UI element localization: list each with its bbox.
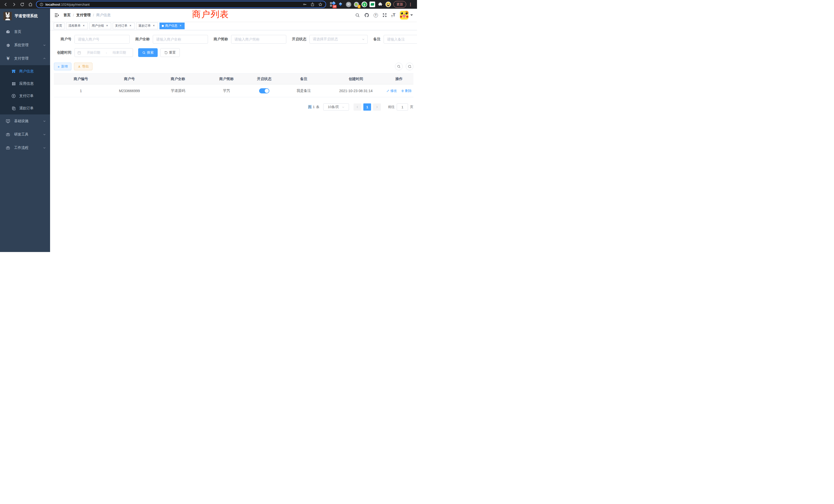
breadcrumb-pay[interactable]: 支付管理: [76, 13, 91, 18]
tab-home[interactable]: 首页: [54, 23, 64, 29]
active-tab-dot: [162, 25, 164, 27]
prev-page-button[interactable]: [354, 104, 361, 111]
collapse-sidebar-icon[interactable]: [54, 13, 59, 18]
password-key-icon[interactable]: [303, 2, 307, 6]
reset-button[interactable]: 重置: [160, 48, 180, 57]
page-size-value: 10条/页: [328, 105, 339, 109]
remark-input[interactable]: [383, 35, 417, 44]
sidebar-item-devtools[interactable]: 研发工具: [0, 128, 50, 141]
close-icon[interactable]: ×: [179, 24, 182, 28]
breadcrumb-home[interactable]: 首页: [63, 13, 71, 18]
close-icon[interactable]: ×: [129, 24, 132, 28]
url-text: localhost:1024/pay/merchant: [45, 3, 90, 6]
page-number-1[interactable]: 1: [363, 104, 371, 111]
chrome-menu-icon[interactable]: [409, 2, 412, 7]
sidebar-item-merchant-info[interactable]: 商户信息: [0, 65, 50, 77]
page-size-select[interactable]: 10条/页: [323, 104, 349, 111]
pagination: 共 1 条 10条/页 1 前往 页: [54, 104, 413, 111]
short-name-input[interactable]: [231, 35, 286, 44]
tab-pay-order[interactable]: 支付订单 ×: [113, 23, 135, 29]
tab-merchant-info[interactable]: 商户信息 ×: [159, 23, 184, 29]
share-icon[interactable]: [310, 2, 314, 6]
url-host: localhost: [45, 3, 60, 6]
sidebar-item-workflow[interactable]: 工作流程: [0, 141, 50, 155]
close-icon[interactable]: ×: [152, 24, 156, 28]
font-size-icon[interactable]: TT: [391, 13, 396, 18]
reload-icon[interactable]: [19, 1, 26, 8]
edit-link[interactable]: 修改: [387, 89, 397, 93]
full-name-input[interactable]: [153, 35, 208, 44]
full-name-label: 商户全称: [135, 37, 153, 42]
refresh-icon[interactable]: [406, 63, 413, 70]
export-button[interactable]: 导出: [74, 63, 92, 70]
cell-merchant-id: 1: [54, 85, 108, 97]
create-time-range-picker[interactable]: 开始日期 - 结束日期: [74, 48, 133, 57]
grid-icon: [11, 82, 16, 86]
extension-command-icon[interactable]: ⌘: [346, 2, 351, 7]
address-bar[interactable]: localhost:1024/pay/merchant: [36, 1, 326, 8]
filter-row-1: 商户号 商户全称 商户简称 开启状态 请选择开启状态: [54, 35, 413, 44]
next-page-button[interactable]: [373, 104, 381, 111]
extension-chat-icon[interactable]: [370, 2, 375, 7]
add-button[interactable]: + 新增: [54, 63, 71, 70]
sidebar-item-label: 基础设施: [14, 119, 28, 123]
sidebar-item-refund-order[interactable]: 退款订单: [0, 102, 50, 114]
header-search-icon[interactable]: [355, 13, 360, 18]
app-logo-row[interactable]: 芋道管理系统: [0, 9, 50, 23]
sidebar-item-label: 商户信息: [19, 69, 34, 74]
breadcrumb-separator: /: [93, 13, 94, 17]
close-icon[interactable]: ×: [105, 24, 109, 28]
cell-actions: 修改 删除: [385, 85, 413, 97]
site-info-icon[interactable]: [40, 3, 43, 6]
main-area: 首页 / 支付管理 / 商户信息 ? T: [50, 9, 417, 252]
sidebar-item-infra[interactable]: 基础设施: [0, 114, 50, 128]
col-full-name: 商户全称: [151, 74, 205, 85]
close-icon[interactable]: ×: [82, 24, 86, 28]
extension-gem-icon[interactable]: [338, 2, 343, 7]
extension-y-icon[interactable]: y: [361, 2, 367, 7]
sidebar-item-system[interactable]: 系统管理: [0, 39, 50, 52]
edit-link-label: 修改: [390, 89, 397, 93]
github-icon[interactable]: [364, 13, 369, 18]
forward-icon[interactable]: [10, 1, 18, 8]
sidebar-item-pay-order[interactable]: 支付订单: [0, 90, 50, 102]
sidebar-menu: 首页 系统管理 ￥ 支付管理: [0, 23, 50, 155]
chrome-update-button[interactable]: 更新: [393, 1, 406, 8]
extension-recorder-icon[interactable]: 1: [354, 2, 359, 7]
delete-link[interactable]: 删除: [401, 89, 412, 93]
help-icon[interactable]: ?: [374, 13, 378, 18]
bookmark-star-icon[interactable]: [318, 2, 323, 7]
status-toggle-on[interactable]: [259, 88, 269, 93]
back-icon[interactable]: [2, 1, 9, 8]
fullscreen-icon[interactable]: [382, 13, 387, 18]
tab-label: 用户分组: [92, 24, 104, 28]
create-time-label: 创建时间: [54, 50, 74, 55]
sidebar-item-app-info[interactable]: 应用信息: [0, 77, 50, 90]
tab-user-group[interactable]: 用户分组 ×: [89, 23, 111, 29]
sidebar-item-home[interactable]: 首页: [0, 25, 50, 39]
tab-refund-order[interactable]: 退款订单 ×: [136, 23, 158, 29]
pagination-total: 共 1 条: [308, 105, 320, 109]
tab-process-form[interactable]: 流程表单 ×: [66, 23, 88, 29]
extension-blocks-icon[interactable]: 10: [330, 2, 335, 7]
date-range-separator: -: [106, 51, 107, 55]
gear-icon: [5, 43, 11, 47]
merchant-no-input[interactable]: [74, 35, 130, 44]
profile-avatar-icon[interactable]: [386, 2, 391, 7]
tab-label: 流程表单: [68, 24, 81, 28]
col-remark: 备注: [280, 74, 327, 85]
breadcrumb: 首页 / 支付管理 / 商户信息: [63, 13, 111, 18]
status-select[interactable]: 请选择开启状态: [309, 35, 368, 44]
hide-search-icon[interactable]: [395, 63, 403, 70]
total-count: 1: [312, 105, 316, 109]
extensions-puzzle-icon[interactable]: [377, 2, 383, 7]
rabbit-logo-image: [3, 12, 12, 20]
home-icon[interactable]: [27, 1, 34, 8]
pay-submenu: 商户信息 应用信息 支付订单: [0, 65, 50, 114]
total-prefix-highlighted: 共: [308, 105, 312, 109]
sidebar-item-pay[interactable]: ￥ 支付管理: [0, 52, 50, 65]
cell-create-time: 2021-10-23 08:31:14: [327, 85, 385, 97]
user-avatar-menu[interactable]: [400, 11, 413, 20]
goto-page-input[interactable]: [397, 104, 408, 111]
search-button[interactable]: 搜索: [138, 48, 158, 57]
